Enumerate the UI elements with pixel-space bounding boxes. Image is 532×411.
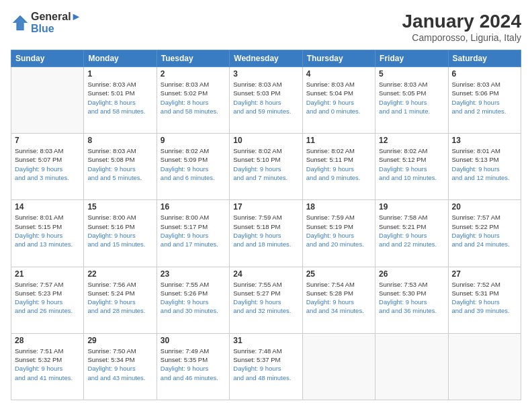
daylight-text-2: and and 43 minutes. [87,373,152,382]
sunset-text: Sunset: 5:12 PM [379,155,444,164]
sunset-text: Sunset: 5:27 PM [233,289,298,298]
title-block: January 2024 Camporosso, Liguria, Italy [402,11,521,43]
day-info: Sunrise: 7:53 AMSunset: 5:30 PMDaylight:… [379,280,444,316]
weekday-header: Wednesday [230,50,302,67]
calendar-cell: 17Sunrise: 7:59 AMSunset: 5:18 PMDayligh… [230,200,302,267]
daylight-text: Daylight: 9 hours [161,298,226,306]
day-number: 29 [87,336,152,345]
calendar-table: SundayMondayTuesdayWednesdayThursdayFrid… [11,50,521,400]
day-number: 28 [15,336,80,345]
day-info: Sunrise: 8:03 AMSunset: 5:06 PMDaylight:… [452,80,517,116]
sunset-text: Sunset: 5:01 PM [87,89,152,97]
sunrise-text: Sunrise: 7:58 AM [379,213,444,222]
calendar-cell: 1Sunrise: 8:03 AMSunset: 5:01 PMDaylight… [84,67,157,134]
day-number: 30 [161,336,226,345]
day-number: 7 [15,136,80,145]
daylight-text: Daylight: 9 hours [452,231,517,240]
calendar-cell: 19Sunrise: 7:58 AMSunset: 5:21 PMDayligh… [375,200,448,267]
daylight-text-2: and and 59 minutes. [233,107,298,116]
daylight-text: Daylight: 9 hours [379,298,444,306]
daylight-text: Daylight: 8 hours [161,98,226,107]
daylight-text-2: and and 48 minutes. [233,373,298,382]
daylight-text: Daylight: 9 hours [306,165,371,173]
sunrise-text: Sunrise: 8:00 AM [161,213,226,222]
sunrise-text: Sunrise: 8:03 AM [161,80,226,89]
day-number: 3 [233,69,298,79]
day-number: 20 [452,202,517,212]
weekday-header: Tuesday [157,50,229,67]
daylight-text: Daylight: 9 hours [87,165,152,173]
daylight-text-2: and and 22 minutes. [379,240,444,248]
daylight-text: Daylight: 9 hours [87,298,152,306]
sunrise-text: Sunrise: 8:02 AM [306,146,371,155]
sunset-text: Sunset: 5:09 PM [161,155,226,164]
sunrise-text: Sunrise: 7:59 AM [306,213,371,222]
daylight-text-2: and and 5 minutes. [87,173,152,182]
sunrise-text: Sunrise: 7:53 AM [379,280,444,289]
sunrise-text: Sunrise: 8:02 AM [379,146,444,155]
sunset-text: Sunset: 5:02 PM [161,89,226,97]
day-info: Sunrise: 7:48 AMSunset: 5:37 PMDaylight:… [233,347,298,382]
daylight-text-2: and and 26 minutes. [15,306,80,315]
calendar-cell: 14Sunrise: 8:01 AMSunset: 5:15 PMDayligh… [11,200,84,267]
sunset-text: Sunset: 5:03 PM [233,89,298,97]
daylight-text: Daylight: 8 hours [87,98,152,107]
sunrise-text: Sunrise: 8:03 AM [452,80,517,89]
day-info: Sunrise: 7:50 AMSunset: 5:34 PMDaylight:… [87,347,152,382]
day-number: 2 [161,69,226,79]
sunrise-text: Sunrise: 7:49 AM [161,347,226,355]
sunset-text: Sunset: 5:06 PM [452,89,517,97]
sunset-text: Sunset: 5:31 PM [452,289,517,298]
day-number: 18 [306,202,371,212]
calendar-cell: 13Sunrise: 8:01 AMSunset: 5:13 PMDayligh… [448,134,521,200]
day-info: Sunrise: 8:03 AMSunset: 5:04 PMDaylight:… [306,80,371,116]
sunset-text: Sunset: 5:22 PM [452,222,517,231]
daylight-text: Daylight: 9 hours [15,165,80,173]
sunrise-text: Sunrise: 7:55 AM [161,280,226,289]
daylight-text: Daylight: 9 hours [452,298,517,306]
header: General► Blue January 2024 Camporosso, L… [11,11,521,43]
sunset-text: Sunset: 5:11 PM [306,155,371,164]
calendar-cell: 16Sunrise: 8:00 AMSunset: 5:17 PMDayligh… [157,200,229,267]
calendar-cell: 7Sunrise: 8:03 AMSunset: 5:07 PMDaylight… [11,134,84,200]
calendar-cell: 5Sunrise: 8:03 AMSunset: 5:05 PMDaylight… [375,67,448,134]
sunset-text: Sunset: 5:23 PM [15,289,80,298]
daylight-text: Daylight: 9 hours [452,165,517,173]
day-info: Sunrise: 8:02 AMSunset: 5:09 PMDaylight:… [161,146,226,182]
day-info: Sunrise: 7:55 AMSunset: 5:27 PMDaylight:… [233,280,298,316]
day-info: Sunrise: 8:03 AMSunset: 5:07 PMDaylight:… [15,146,80,182]
calendar-cell: 3Sunrise: 8:03 AMSunset: 5:03 PMDaylight… [230,67,302,134]
logo-icon [11,13,30,32]
day-number: 27 [452,269,517,279]
day-number: 25 [306,269,371,279]
weekday-header: Friday [375,50,448,67]
sunrise-text: Sunrise: 7:57 AM [15,280,80,289]
sunset-text: Sunset: 5:21 PM [379,222,444,231]
daylight-text: Daylight: 9 hours [233,165,298,173]
sunset-text: Sunset: 5:34 PM [87,355,152,364]
sunrise-text: Sunrise: 8:00 AM [87,213,152,222]
sunset-text: Sunset: 5:08 PM [87,155,152,164]
daylight-text: Daylight: 9 hours [379,231,444,240]
daylight-text-2: and and 20 minutes. [306,240,371,248]
daylight-text-2: and and 3 minutes. [15,173,80,182]
weekday-header: Sunday [11,50,84,67]
day-info: Sunrise: 7:56 AMSunset: 5:24 PMDaylight:… [87,280,152,316]
daylight-text: Daylight: 9 hours [161,231,226,240]
sunrise-text: Sunrise: 7:50 AM [87,347,152,355]
daylight-text-2: and and 30 minutes. [161,306,226,315]
sunset-text: Sunset: 5:17 PM [161,222,226,231]
logo-text: General► Blue [31,11,81,35]
daylight-text: Daylight: 9 hours [87,231,152,240]
sunrise-text: Sunrise: 7:56 AM [87,280,152,289]
day-info: Sunrise: 8:03 AMSunset: 5:08 PMDaylight:… [87,146,152,182]
day-number: 24 [233,269,298,279]
day-info: Sunrise: 8:01 AMSunset: 5:13 PMDaylight:… [452,146,517,182]
calendar-cell: 31Sunrise: 7:48 AMSunset: 5:37 PMDayligh… [230,333,302,400]
daylight-text: Daylight: 9 hours [87,364,152,373]
day-number: 5 [379,69,444,79]
sunrise-text: Sunrise: 7:59 AM [233,213,298,222]
daylight-text-2: and and 58 minutes. [87,107,152,116]
day-number: 17 [233,202,298,212]
day-number: 4 [306,69,371,79]
